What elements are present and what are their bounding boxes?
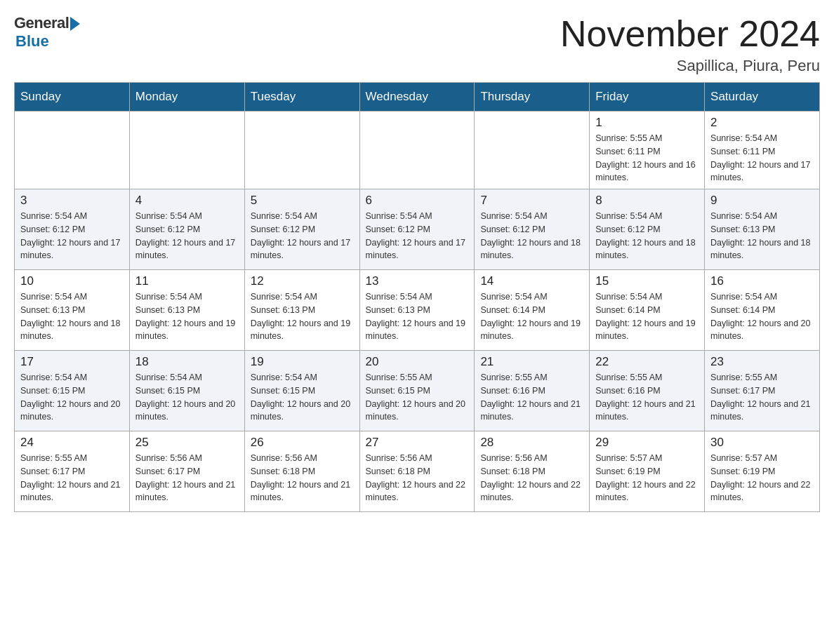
day-number: 16 [710, 274, 814, 288]
calendar-cell [15, 112, 130, 189]
calendar-cell: 26Sunrise: 5:56 AMSunset: 6:18 PMDayligh… [244, 431, 359, 512]
title-block: November 2024 Sapillica, Piura, Peru [560, 14, 820, 75]
day-info: Sunrise: 5:56 AMSunset: 6:18 PMDaylight:… [251, 452, 354, 504]
calendar-cell: 2Sunrise: 5:54 AMSunset: 6:11 PMDaylight… [705, 112, 820, 189]
calendar-cell [244, 112, 359, 189]
calendar-week-row: 1Sunrise: 5:55 AMSunset: 6:11 PMDaylight… [15, 112, 820, 189]
logo-arrow-icon [70, 17, 80, 31]
calendar-day-header: Saturday [705, 83, 820, 112]
day-number: 10 [20, 274, 124, 288]
day-info: Sunrise: 5:55 AMSunset: 6:16 PMDaylight:… [480, 371, 583, 424]
day-number: 21 [480, 355, 583, 369]
day-info: Sunrise: 5:54 AMSunset: 6:14 PMDaylight:… [595, 290, 699, 343]
calendar-header-row: SundayMondayTuesdayWednesdayThursdayFrid… [15, 83, 820, 112]
calendar-location: Sapillica, Piura, Peru [560, 57, 820, 75]
calendar-cell: 3Sunrise: 5:54 AMSunset: 6:12 PMDaylight… [15, 189, 130, 270]
calendar-day-header: Monday [129, 83, 244, 112]
day-info: Sunrise: 5:54 AMSunset: 6:13 PMDaylight:… [20, 290, 124, 343]
calendar-day-header: Sunday [15, 83, 130, 112]
day-info: Sunrise: 5:54 AMSunset: 6:12 PMDaylight:… [595, 210, 699, 262]
day-number: 28 [480, 436, 583, 450]
day-number: 3 [20, 194, 124, 208]
day-number: 18 [135, 355, 239, 369]
calendar-cell: 21Sunrise: 5:55 AMSunset: 6:16 PMDayligh… [475, 351, 590, 431]
day-number: 29 [595, 436, 699, 450]
day-number: 5 [251, 194, 354, 208]
calendar-cell: 17Sunrise: 5:54 AMSunset: 6:15 PMDayligh… [15, 351, 130, 431]
calendar-cell: 10Sunrise: 5:54 AMSunset: 6:13 PMDayligh… [15, 270, 130, 351]
calendar-cell: 27Sunrise: 5:56 AMSunset: 6:18 PMDayligh… [359, 431, 475, 512]
calendar-cell: 4Sunrise: 5:54 AMSunset: 6:12 PMDaylight… [129, 189, 244, 270]
day-number: 6 [366, 194, 469, 208]
calendar-cell: 20Sunrise: 5:55 AMSunset: 6:15 PMDayligh… [359, 351, 475, 431]
calendar-week-row: 24Sunrise: 5:55 AMSunset: 6:17 PMDayligh… [15, 431, 820, 512]
day-number: 15 [595, 274, 699, 288]
calendar-cell [475, 112, 590, 189]
calendar-cell [359, 112, 475, 189]
calendar-table: SundayMondayTuesdayWednesdayThursdayFrid… [14, 82, 820, 512]
day-number: 2 [710, 116, 814, 130]
calendar-title: November 2024 [560, 14, 820, 54]
day-number: 30 [710, 436, 814, 450]
calendar-day-header: Wednesday [359, 83, 475, 112]
calendar-cell: 14Sunrise: 5:54 AMSunset: 6:14 PMDayligh… [475, 270, 590, 351]
day-info: Sunrise: 5:56 AMSunset: 6:18 PMDaylight:… [366, 452, 469, 504]
day-info: Sunrise: 5:54 AMSunset: 6:13 PMDaylight:… [710, 210, 814, 262]
calendar-cell: 19Sunrise: 5:54 AMSunset: 6:15 PMDayligh… [244, 351, 359, 431]
logo-general-text: General [14, 14, 69, 32]
calendar-day-header: Tuesday [244, 83, 359, 112]
day-number: 24 [20, 436, 124, 450]
calendar-cell: 16Sunrise: 5:54 AMSunset: 6:14 PMDayligh… [705, 270, 820, 351]
day-info: Sunrise: 5:55 AMSunset: 6:17 PMDaylight:… [20, 452, 124, 504]
calendar-cell: 25Sunrise: 5:56 AMSunset: 6:17 PMDayligh… [129, 431, 244, 512]
day-number: 27 [366, 436, 469, 450]
day-info: Sunrise: 5:54 AMSunset: 6:12 PMDaylight:… [251, 210, 354, 262]
day-number: 13 [366, 274, 469, 288]
calendar-week-row: 17Sunrise: 5:54 AMSunset: 6:15 PMDayligh… [15, 351, 820, 431]
calendar-cell: 29Sunrise: 5:57 AMSunset: 6:19 PMDayligh… [590, 431, 705, 512]
calendar-cell: 22Sunrise: 5:55 AMSunset: 6:16 PMDayligh… [590, 351, 705, 431]
day-number: 22 [595, 355, 699, 369]
day-info: Sunrise: 5:54 AMSunset: 6:12 PMDaylight:… [135, 210, 239, 262]
day-info: Sunrise: 5:55 AMSunset: 6:11 PMDaylight:… [595, 132, 699, 185]
calendar-cell: 18Sunrise: 5:54 AMSunset: 6:15 PMDayligh… [129, 351, 244, 431]
calendar-week-row: 3Sunrise: 5:54 AMSunset: 6:12 PMDaylight… [15, 189, 820, 270]
day-info: Sunrise: 5:54 AMSunset: 6:14 PMDaylight:… [710, 290, 814, 343]
day-info: Sunrise: 5:54 AMSunset: 6:12 PMDaylight:… [366, 210, 469, 262]
day-number: 20 [366, 355, 469, 369]
day-number: 1 [595, 116, 699, 130]
day-info: Sunrise: 5:54 AMSunset: 6:14 PMDaylight:… [480, 290, 583, 343]
day-number: 7 [480, 194, 583, 208]
day-number: 17 [20, 355, 124, 369]
calendar-cell: 9Sunrise: 5:54 AMSunset: 6:13 PMDaylight… [705, 189, 820, 270]
day-info: Sunrise: 5:54 AMSunset: 6:15 PMDaylight:… [20, 371, 124, 424]
day-info: Sunrise: 5:56 AMSunset: 6:17 PMDaylight:… [135, 452, 239, 504]
day-number: 14 [480, 274, 583, 288]
day-info: Sunrise: 5:54 AMSunset: 6:12 PMDaylight:… [480, 210, 583, 262]
calendar-cell: 6Sunrise: 5:54 AMSunset: 6:12 PMDaylight… [359, 189, 475, 270]
calendar-day-header: Friday [590, 83, 705, 112]
day-number: 12 [251, 274, 354, 288]
calendar-cell: 12Sunrise: 5:54 AMSunset: 6:13 PMDayligh… [244, 270, 359, 351]
calendar-cell: 13Sunrise: 5:54 AMSunset: 6:13 PMDayligh… [359, 270, 475, 351]
day-number: 23 [710, 355, 814, 369]
day-info: Sunrise: 5:54 AMSunset: 6:15 PMDaylight:… [251, 371, 354, 424]
day-info: Sunrise: 5:57 AMSunset: 6:19 PMDaylight:… [710, 452, 814, 504]
calendar-cell: 5Sunrise: 5:54 AMSunset: 6:12 PMDaylight… [244, 189, 359, 270]
calendar-cell: 11Sunrise: 5:54 AMSunset: 6:13 PMDayligh… [129, 270, 244, 351]
calendar-week-row: 10Sunrise: 5:54 AMSunset: 6:13 PMDayligh… [15, 270, 820, 351]
day-number: 25 [135, 436, 239, 450]
calendar-cell: 30Sunrise: 5:57 AMSunset: 6:19 PMDayligh… [705, 431, 820, 512]
calendar-cell: 23Sunrise: 5:55 AMSunset: 6:17 PMDayligh… [705, 351, 820, 431]
day-info: Sunrise: 5:54 AMSunset: 6:15 PMDaylight:… [135, 371, 239, 424]
calendar-cell [129, 112, 244, 189]
day-info: Sunrise: 5:54 AMSunset: 6:11 PMDaylight:… [710, 132, 814, 185]
day-info: Sunrise: 5:54 AMSunset: 6:12 PMDaylight:… [20, 210, 124, 262]
day-info: Sunrise: 5:55 AMSunset: 6:15 PMDaylight:… [366, 371, 469, 424]
calendar-day-header: Thursday [475, 83, 590, 112]
day-number: 9 [710, 194, 814, 208]
day-info: Sunrise: 5:56 AMSunset: 6:18 PMDaylight:… [480, 452, 583, 504]
day-info: Sunrise: 5:54 AMSunset: 6:13 PMDaylight:… [251, 290, 354, 343]
day-info: Sunrise: 5:54 AMSunset: 6:13 PMDaylight:… [366, 290, 469, 343]
calendar-cell: 15Sunrise: 5:54 AMSunset: 6:14 PMDayligh… [590, 270, 705, 351]
